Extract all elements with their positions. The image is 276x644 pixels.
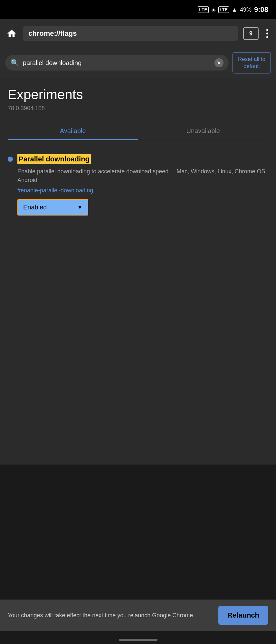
flag-header: Parallel downloading xyxy=(8,154,268,164)
signal-icon: ▲ xyxy=(232,6,237,13)
tabs-container: Available Unavailable xyxy=(8,122,268,140)
browser-toolbar: chrome://flags 9 xyxy=(0,19,276,48)
battery-percentage: 49% xyxy=(240,6,252,13)
tab-count-label: 9 xyxy=(249,30,252,37)
dropdown-arrow-icon: ▼ xyxy=(77,205,82,210)
tab-available[interactable]: Available xyxy=(8,122,138,140)
home-button[interactable] xyxy=(5,27,18,40)
tab-count-button[interactable]: 9 xyxy=(243,27,259,40)
search-bar-container: 🔍 ✕ Reset all todefault xyxy=(0,48,276,78)
wifi-icon: ◈ xyxy=(211,6,216,13)
flag-link[interactable]: #enable-parallel-downloading xyxy=(8,187,268,194)
notice-text: Your changes will take effect the next t… xyxy=(8,611,213,620)
flag-title: Parallel downloading xyxy=(17,154,91,164)
status-time: 9:08 xyxy=(254,5,268,14)
reset-all-button[interactable]: Reset all todefault xyxy=(233,52,271,73)
nav-indicator xyxy=(119,639,157,641)
search-icon: 🔍 xyxy=(10,59,19,67)
flag-divider xyxy=(8,222,268,222)
search-input[interactable] xyxy=(23,59,211,67)
search-input-wrapper: 🔍 ✕ xyxy=(5,55,229,71)
flag-dropdown[interactable]: Enabled ▼ xyxy=(17,199,88,216)
main-content: Experiments 78.0.3904.108 Available Unav… xyxy=(0,78,276,465)
relaunch-label: Relaunch xyxy=(227,611,259,619)
flag-dropdown-value: Enabled xyxy=(23,204,47,211)
menu-dot-2 xyxy=(266,33,268,34)
tab-available-label: Available xyxy=(60,127,86,134)
menu-button[interactable] xyxy=(264,26,271,41)
clear-icon: ✕ xyxy=(217,60,221,66)
bottom-notice: Your changes will take effect the next t… xyxy=(0,600,276,631)
lte-icon: LTE xyxy=(198,6,208,13)
relaunch-button[interactable]: Relaunch xyxy=(218,606,268,625)
address-bar[interactable]: chrome://flags xyxy=(23,26,238,41)
page-title: Experiments xyxy=(8,87,268,102)
status-bar: LTE ◈ LTE ▲ 49% 9:08 xyxy=(0,0,276,19)
tab-unavailable-label: Unavailable xyxy=(186,127,220,134)
address-bold: flags xyxy=(60,29,77,37)
address-prefix: chrome:// xyxy=(28,29,60,37)
flag-dot xyxy=(8,157,13,162)
version-text: 78.0.3904.108 xyxy=(8,105,268,112)
reset-all-label: Reset all todefault xyxy=(238,56,265,69)
flag-item: Parallel downloading Enable parallel dow… xyxy=(8,149,268,230)
lte2-icon: LTE xyxy=(218,6,229,13)
menu-dot-3 xyxy=(266,36,268,38)
tab-unavailable[interactable]: Unavailable xyxy=(138,122,269,140)
flag-description: Enable parallel downloading to accelerat… xyxy=(8,167,268,185)
menu-dot-1 xyxy=(266,29,268,31)
clear-button[interactable]: ✕ xyxy=(214,58,224,67)
status-icons: LTE ◈ LTE ▲ 49% 9:08 xyxy=(198,5,268,14)
